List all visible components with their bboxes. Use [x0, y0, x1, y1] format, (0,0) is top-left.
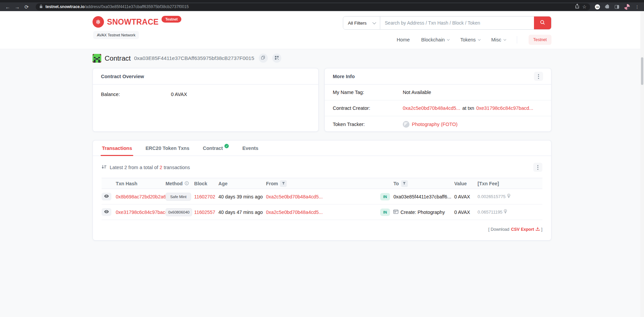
brand-block: ❄ SNOWTRACE Testnet AVAX Testnet Network	[93, 16, 181, 39]
table-row: 0xe31798c6c84c97bacd... 0x60806040 11602…	[102, 204, 542, 220]
all-filters-label: All Filters	[348, 21, 367, 26]
gas-bulb-icon[interactable]: $	[507, 194, 510, 199]
txn-preview-button[interactable]	[102, 208, 111, 216]
all-filters-dropdown[interactable]: All Filters	[343, 17, 380, 29]
method-badge: Safe Mint	[166, 193, 191, 201]
table-row: 0x8b698ac72bd20b2a64... Safe Mint 116027…	[102, 189, 542, 204]
token-tracker-link[interactable]: Photography (FOTO)	[412, 122, 458, 127]
download-icon	[536, 227, 540, 232]
browser-refresh-button[interactable]: ⟳	[22, 4, 31, 9]
qr-code-button[interactable]	[272, 54, 281, 63]
sort-icon[interactable]	[102, 165, 107, 170]
from-address-link[interactable]: 0xa2c5e0bd70b48a4cd5...	[266, 194, 323, 199]
copy-address-button[interactable]	[259, 54, 268, 63]
contract-address: 0xa03E85F4411e37CBAff635975bf38cB2737F00…	[134, 55, 254, 61]
direction-badge: IN	[380, 193, 390, 200]
creator-connector: at txn	[462, 105, 474, 111]
creator-address-link[interactable]: 0xa2c5e0bd70b48a4cd5...	[403, 105, 460, 111]
txn-fee: 0.0026515775	[477, 194, 505, 199]
browser-profile-avatar[interactable]	[624, 4, 630, 10]
nav-divider	[517, 36, 517, 43]
txn-fee: 0.065711195	[477, 210, 502, 215]
name-tag-row: My Name Tag: Not Available	[325, 85, 551, 100]
browser-tab-strip	[0, 0, 644, 2]
from-address-link[interactable]: 0xa2c5e0bd70b48a4cd5...	[266, 210, 323, 215]
tab-transactions[interactable]: Transactions	[102, 140, 132, 156]
csv-export-link[interactable]: CSV Export	[511, 227, 540, 232]
block-link[interactable]: 11602557	[194, 210, 215, 215]
tab-erc20-token-txns[interactable]: ERC20 Token Txns	[145, 140, 189, 156]
tab-contract[interactable]: Contract✓	[203, 140, 229, 156]
contract-avatar	[93, 54, 101, 63]
to-address: 0xa03e85f4411e37cbaff6...	[393, 194, 451, 199]
browser-menu-icon[interactable]: ⋮	[635, 5, 639, 9]
creation-txn-link[interactable]: 0xe31798c6c84c97bacd...	[476, 105, 533, 111]
download-prefix: [ Download	[488, 227, 509, 232]
page-scrollbar[interactable]	[640, 11, 644, 317]
col-method: Method	[166, 178, 194, 189]
more-info-menu-button[interactable]	[534, 72, 543, 81]
transaction-count: 2	[159, 165, 162, 170]
info-icon[interactable]	[185, 181, 189, 186]
snowtrace-logo-icon[interactable]: ❄	[93, 16, 104, 28]
direction-badge: IN	[380, 209, 390, 216]
copy-icon	[261, 56, 265, 61]
brand-testnet-badge: Testnet	[162, 16, 181, 23]
extension-owl-icon[interactable]: oo	[595, 4, 600, 9]
contract-creator-row: Contract Creator: 0xa2c5e0bd70b48a4cd5..…	[325, 100, 551, 116]
transactions-menu-button[interactable]	[533, 163, 542, 172]
browser-back-button[interactable]: ←	[3, 4, 12, 9]
col-age[interactable]: Age	[218, 178, 266, 189]
block-link[interactable]: 11602702	[194, 194, 215, 199]
transactions-summary: Latest 2 from a total of 2 transactions	[102, 165, 190, 170]
txn-preview-button[interactable]	[102, 193, 111, 200]
share-icon[interactable]	[575, 4, 579, 10]
col-txn-fee: [Txn Fee]	[477, 178, 542, 189]
name-tag-label: My Name Tag:	[333, 90, 403, 95]
gas-bulb-icon[interactable]: $	[504, 209, 507, 215]
main-nav: Home Blockchain Tokens Misc Testnet	[397, 35, 551, 45]
nav-item-tokens[interactable]: Tokens	[460, 37, 480, 42]
search-icon	[540, 20, 545, 26]
network-label: AVAX Testnet Network	[93, 31, 139, 39]
site-header: ❄ SNOWTRACE Testnet AVAX Testnet Network…	[0, 11, 644, 49]
more-info-card: More Info My Name Tag: Not Available Con…	[324, 68, 551, 132]
search-input[interactable]	[380, 17, 534, 29]
qr-code-icon	[275, 56, 279, 61]
value-cell: 0 AVAX	[454, 189, 477, 204]
name-tag-value: Not Available	[403, 90, 431, 95]
to-address: Create: Photography	[400, 210, 445, 215]
testnet-network-button[interactable]: Testnet	[529, 35, 551, 45]
age-cell: 40 days 39 mins ago	[218, 189, 266, 204]
nav-item-home[interactable]: Home	[397, 37, 410, 42]
tab-events[interactable]: Events	[242, 140, 258, 156]
nav-item-misc[interactable]: Misc	[491, 37, 505, 42]
search-bar: All Filters	[343, 16, 551, 30]
to-filter-button[interactable]	[401, 180, 408, 187]
filter-icon	[282, 181, 285, 186]
txn-hash-link[interactable]: 0xe31798c6c84c97bacd...	[116, 210, 166, 215]
balance-value: 0 AVAX	[171, 92, 187, 97]
address-bar[interactable]: testnet.snowtrace.io/address/0xa03e85f44…	[36, 3, 590, 10]
overview-card-title: Contract Overview	[101, 74, 144, 79]
contract-overview-card: Contract Overview Balance: 0 AVAX	[93, 68, 319, 132]
balance-label: Balance:	[101, 92, 171, 97]
balance-row: Balance: 0 AVAX	[93, 85, 318, 104]
nav-item-blockchain[interactable]: Blockchain	[421, 37, 449, 42]
browser-forward-button[interactable]: →	[13, 4, 22, 9]
table-header-row: Txn Hash Method Block Age From To Value …	[102, 178, 542, 189]
side-panel-icon[interactable]	[615, 5, 619, 9]
method-badge: 0x60806040	[166, 208, 192, 216]
brand-name[interactable]: SNOWTRACE	[107, 18, 158, 27]
col-block: Block	[194, 178, 218, 189]
page-title: Contract	[105, 54, 131, 62]
extensions-puzzle-icon[interactable]	[606, 5, 609, 8]
scrollbar-thumb[interactable]	[641, 57, 643, 85]
from-filter-button[interactable]	[280, 180, 287, 187]
download-suffix: ]	[541, 227, 542, 232]
search-button[interactable]	[534, 17, 551, 29]
bookmark-star-icon[interactable]: ☆	[582, 4, 586, 9]
chevron-down-icon	[447, 38, 450, 40]
csv-export-row: [ Download CSV Export ]	[102, 227, 542, 232]
txn-hash-link[interactable]: 0x8b698ac72bd20b2a64...	[116, 194, 166, 199]
